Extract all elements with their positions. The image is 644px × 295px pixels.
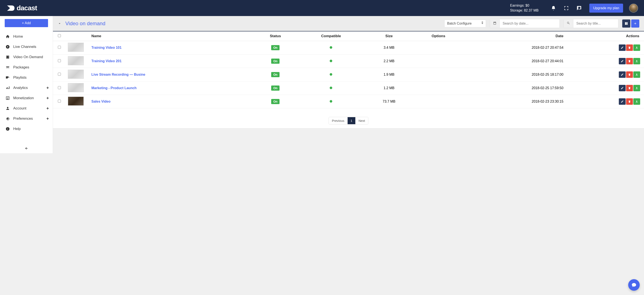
video-name-link[interactable]: Training Video 201 (92, 59, 122, 63)
delete-button[interactable] (626, 71, 633, 78)
download-button[interactable] (633, 71, 640, 78)
collapse-sidebar[interactable] (0, 144, 53, 153)
col-actions: Actions (566, 32, 644, 41)
video-name-link[interactable]: Sales Video (92, 100, 110, 103)
download-button[interactable] (633, 85, 640, 91)
film-icon (6, 55, 10, 59)
delete-button[interactable] (626, 85, 633, 91)
page-next[interactable]: Next (356, 117, 368, 124)
delete-button[interactable] (626, 45, 633, 51)
video-thumbnail[interactable] (68, 97, 84, 106)
nav-label: Playlists (13, 76, 26, 80)
video-thumbnail[interactable] (68, 70, 84, 79)
gear-icon (6, 117, 10, 121)
sidebar-item-packages[interactable]: Packages (0, 62, 53, 73)
sidebar-item-preferences[interactable]: Preferences+ (0, 114, 53, 124)
row-checkbox[interactable] (58, 46, 61, 49)
compatible-indicator (330, 87, 332, 89)
nav-label: Home (13, 35, 23, 39)
chat-icon[interactable] (576, 6, 582, 11)
date-text: 2018-02-27 20:44:01 (464, 55, 566, 68)
search-title-input[interactable] (573, 20, 618, 28)
options-cell (413, 68, 464, 82)
avatar[interactable] (629, 4, 638, 13)
sidebar-item-playlists[interactable]: Playlists (0, 73, 53, 83)
search-date-input[interactable] (500, 20, 560, 28)
earnings-text: Earnings: $0 (510, 3, 538, 8)
search-icon[interactable] (564, 19, 573, 28)
sidebar-item-home[interactable]: Home (0, 32, 53, 42)
add-video-button[interactable] (631, 20, 639, 28)
table-row: Training Video 201On2.2 MB2018-02-27 20:… (53, 55, 644, 68)
columns-button[interactable] (622, 20, 630, 28)
table-row: Training Video 101On3.4 MB2018-02-27 20:… (53, 41, 644, 55)
video-name-link[interactable]: Live Stream Recording — Busine (92, 73, 146, 76)
expand-icon: + (46, 106, 49, 111)
video-thumbnail[interactable] (68, 43, 84, 52)
edit-button[interactable] (619, 58, 626, 64)
expand-icon: + (46, 86, 49, 90)
page-prev[interactable]: Previous (329, 117, 348, 124)
nav-label: Packages (13, 65, 29, 70)
search-date-group (490, 19, 560, 28)
sidebar-item-account[interactable]: Account+ (0, 103, 53, 114)
compatible-indicator (330, 100, 332, 103)
size-text: 73.7 MB (365, 95, 413, 108)
chevron-down-icon[interactable] (58, 22, 62, 26)
batch-configure-select[interactable]: Batch Configure (444, 20, 486, 27)
row-checkbox[interactable] (58, 73, 61, 76)
compatible-indicator (330, 60, 332, 62)
edit-button[interactable] (619, 71, 626, 78)
row-checkbox[interactable] (58, 100, 61, 103)
delete-button[interactable] (626, 98, 633, 105)
col-options: Options (413, 32, 464, 41)
edit-button[interactable] (619, 98, 626, 105)
col-size: Size (365, 32, 413, 41)
download-button[interactable] (633, 45, 640, 51)
add-button[interactable]: + Add (5, 19, 48, 27)
col-name: Name (89, 32, 254, 41)
video-name-link[interactable]: Training Video 101 (92, 46, 122, 49)
video-thumbnail[interactable] (68, 83, 84, 92)
delete-button[interactable] (626, 58, 633, 64)
row-checkbox[interactable] (58, 59, 61, 62)
sidebar-item-analytics[interactable]: Analytics+ (0, 83, 53, 93)
page-current[interactable]: 1 (348, 117, 356, 124)
logo[interactable]: dacast (6, 4, 37, 13)
edit-button[interactable] (619, 45, 626, 51)
upgrade-button[interactable]: Upgrade my plan (589, 4, 623, 13)
logo-icon (6, 4, 15, 13)
nav-label: Live Channels (13, 45, 36, 49)
select-all-checkbox[interactable] (58, 34, 61, 37)
person-icon (6, 106, 10, 111)
video-name-link[interactable]: Marketing - Product Launch (92, 86, 137, 90)
main-content: Video on demand Batch Configure (53, 16, 644, 153)
row-checkbox[interactable] (58, 86, 61, 89)
download-button[interactable] (633, 98, 640, 105)
date-text: 2018-02-27 20:47:54 (464, 41, 566, 55)
nav: HomeLive ChannelsVideo On DemandPackages… (0, 29, 53, 144)
size-text: 2.2 MB (365, 55, 413, 68)
download-button[interactable] (633, 58, 640, 64)
svg-point-1 (7, 118, 8, 119)
size-text: 3.4 MB (365, 41, 413, 55)
col-compatible: Compatible (297, 32, 365, 41)
options-cell (413, 41, 464, 55)
bell-icon[interactable] (551, 6, 556, 11)
sidebar-item-monetization[interactable]: Monetization+ (0, 93, 53, 103)
options-cell (413, 95, 464, 108)
nav-label: Help (13, 127, 21, 131)
calendar-icon[interactable] (490, 19, 500, 28)
options-cell (413, 55, 464, 68)
package-icon (6, 65, 10, 70)
video-thumbnail[interactable] (68, 56, 84, 65)
sidebar-item-live-channels[interactable]: Live Channels (0, 42, 53, 52)
sidebar-item-help[interactable]: Help (0, 124, 53, 134)
edit-button[interactable] (619, 85, 626, 91)
fullscreen-icon[interactable] (564, 6, 569, 11)
expand-icon: + (46, 96, 49, 101)
compatible-indicator (330, 46, 332, 49)
sidebar-item-video-on-demand[interactable]: Video On Demand (0, 52, 53, 62)
size-text: 1.9 MB (365, 68, 413, 82)
account-stats: Earnings: $0 Storage: 82.37 MB (510, 3, 538, 13)
